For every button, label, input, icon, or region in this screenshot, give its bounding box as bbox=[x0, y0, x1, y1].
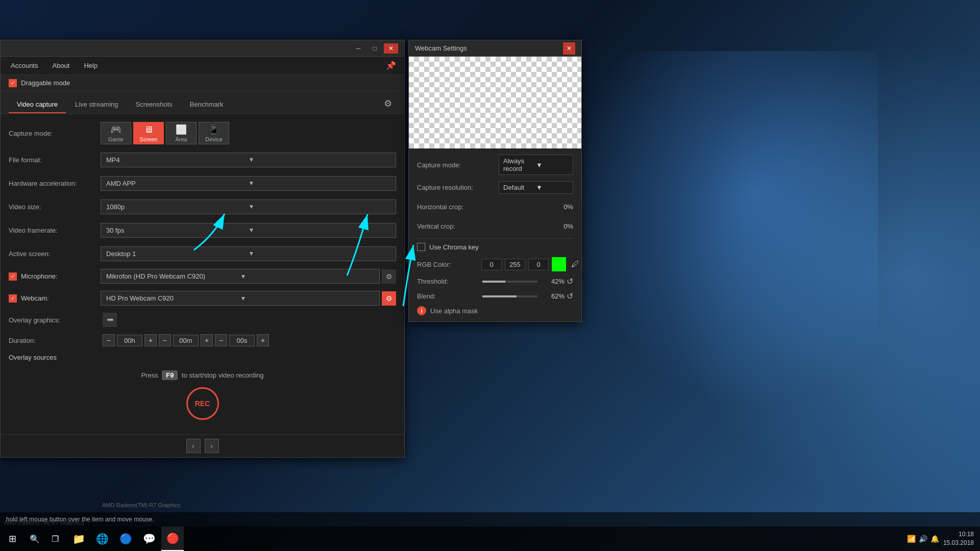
video-framerate-dropdown-text: 30 fps bbox=[106, 227, 249, 234]
blend-slider-track[interactable] bbox=[482, 295, 537, 297]
microphone-dropdown[interactable]: Mikrofon (HD Pro Webcam C920) ▼ bbox=[101, 269, 380, 284]
eyedropper-icon[interactable]: 🖊 bbox=[569, 259, 581, 270]
duration-hours-minus[interactable]: − bbox=[103, 334, 115, 346]
webcam-checkbox[interactable]: ✓ bbox=[9, 294, 17, 303]
threshold-slider-track[interactable] bbox=[482, 281, 537, 283]
capture-mode-label: Capture mode: bbox=[9, 130, 101, 137]
draggable-label: Draggable mode bbox=[21, 79, 70, 87]
duration-minutes-value: 00m bbox=[173, 335, 199, 346]
pin-icon[interactable]: 📌 bbox=[382, 59, 400, 72]
active-screen-dropdown[interactable]: Desktop 1 ▼ bbox=[101, 246, 396, 261]
hw-accel-value: AMD APP ▼ bbox=[101, 176, 396, 191]
webcam-row: ✓ Webcam: HD Pro Webcam C920 ▼ ⚙ bbox=[9, 291, 396, 306]
ws-vertical-crop-label: Vertical crop: bbox=[417, 222, 499, 230]
video-size-value: 1080p ▼ bbox=[101, 199, 396, 214]
active-screen-dropdown-text: Desktop 1 bbox=[106, 250, 249, 258]
overlay-sources-title: Overlay sources bbox=[9, 354, 396, 361]
duration-minutes-plus[interactable]: + bbox=[201, 334, 213, 346]
ws-resolution-arrow-icon: ▼ bbox=[536, 184, 569, 191]
duration-minutes-minus[interactable]: − bbox=[159, 334, 171, 346]
hw-accel-dropdown[interactable]: AMD APP ▼ bbox=[101, 176, 396, 191]
menu-item-help[interactable]: Help bbox=[78, 60, 104, 71]
nav-next-button[interactable]: › bbox=[205, 439, 219, 453]
blend-reset-icon[interactable]: ↺ bbox=[567, 291, 573, 301]
webcam-settings-gear[interactable]: ⚙ bbox=[382, 291, 396, 306]
video-size-label: Video size: bbox=[9, 203, 101, 211]
taskbar-file-explorer-icon[interactable]: 📁 bbox=[67, 527, 90, 551]
capture-btn-area[interactable]: ⬜ Area bbox=[166, 122, 197, 144]
rgb-color-label: RGB Color: bbox=[417, 261, 478, 268]
tab-benchmark[interactable]: Benchmark bbox=[182, 96, 232, 113]
threshold-reset-icon[interactable]: ↺ bbox=[567, 277, 573, 286]
maximize-button[interactable]: □ bbox=[368, 43, 382, 54]
file-format-dropdown[interactable]: MP4 ▼ bbox=[101, 153, 396, 167]
ws-capture-resolution-row: Capture resolution: Default ▼ bbox=[417, 180, 573, 194]
ws-capture-resolution-dropdown[interactable]: Default ▼ bbox=[499, 181, 573, 194]
tab-settings-button[interactable]: ⚙ bbox=[380, 96, 396, 111]
draggable-checkbox[interactable]: ✓ bbox=[9, 79, 17, 87]
nav-prev-button[interactable]: ‹ bbox=[186, 439, 201, 453]
duration-label: Duration: bbox=[9, 337, 101, 344]
webcam-dropdown[interactable]: HD Pro Webcam C920 ▼ bbox=[101, 291, 380, 306]
menu-item-about[interactable]: About bbox=[46, 60, 76, 71]
ws-horizontal-crop-value: 0% bbox=[499, 203, 573, 211]
capture-btn-device-label: Device bbox=[205, 136, 223, 142]
microphone-check-label: ✓ Microphone: bbox=[9, 272, 101, 281]
threshold-slider-fill bbox=[482, 281, 505, 283]
webcam-settings-close-button[interactable]: ✕ bbox=[563, 42, 575, 55]
taskbar-recorder-icon[interactable]: 🔴 bbox=[161, 527, 184, 551]
chroma-key-header: Use Chroma key bbox=[417, 243, 573, 251]
taskbar-date: 15.03.2018 bbox=[943, 539, 974, 547]
microphone-settings-gear[interactable]: ⚙ bbox=[382, 269, 396, 284]
blend-value: 62% bbox=[542, 292, 565, 300]
capture-btn-game[interactable]: 🎮 Game bbox=[101, 122, 131, 144]
tab-screenshots[interactable]: Screenshots bbox=[128, 96, 181, 113]
rgb-r-input[interactable] bbox=[481, 259, 502, 270]
overlay-graphics-dots-button[interactable]: ••• bbox=[103, 313, 117, 327]
taskbar-volume-icon: 🔊 bbox=[919, 535, 927, 543]
taskbar-chrome-icon[interactable]: 🌐 bbox=[91, 527, 113, 551]
gpu-text: AMD Radeon(TM) R7 Graphics bbox=[102, 502, 180, 508]
color-swatch[interactable] bbox=[552, 257, 566, 271]
content-area: Capture mode: 🎮 Game 🖥 Screen ⬜ Area bbox=[1, 114, 404, 434]
rgb-g-input[interactable] bbox=[505, 259, 525, 270]
microphone-label: Microphone: bbox=[21, 272, 58, 280]
menu-item-accounts[interactable]: Accounts bbox=[5, 60, 44, 71]
ws-capture-mode-dropdown[interactable]: Always record ▼ bbox=[499, 155, 573, 175]
taskbar-edge-icon[interactable]: 🔵 bbox=[114, 527, 137, 551]
microphone-checkbox[interactable]: ✓ bbox=[9, 272, 17, 281]
minimize-button[interactable]: ─ bbox=[351, 43, 365, 54]
ws-capture-resolution-label: Capture resolution: bbox=[417, 184, 499, 191]
device-icon: 📱 bbox=[208, 124, 219, 135]
ws-vertical-crop-row: Vertical crop: 0% bbox=[417, 219, 573, 233]
status-bar: hold left mouse button over the item and… bbox=[0, 512, 980, 527]
taskbar-start-button[interactable]: ⊞ bbox=[0, 527, 24, 551]
draggable-mode-bar: ✓ Draggable mode bbox=[1, 75, 404, 91]
taskbar-task-view-button[interactable]: ❐ bbox=[45, 527, 65, 551]
dropdown-arrow-size-icon: ▼ bbox=[249, 203, 391, 210]
tab-live-streaming[interactable]: Live streaming bbox=[67, 96, 127, 113]
taskbar-notifications-icon[interactable]: 🔔 bbox=[930, 535, 939, 543]
chroma-key-checkbox[interactable] bbox=[417, 243, 425, 251]
duration-hours-plus[interactable]: + bbox=[144, 334, 157, 346]
video-size-dropdown-text: 1080p bbox=[106, 203, 249, 211]
ws-dropdown-arrow-icon: ▼ bbox=[536, 161, 569, 169]
tab-video-capture[interactable]: Video capture bbox=[9, 96, 66, 113]
rgb-b-input[interactable] bbox=[528, 259, 549, 270]
video-framerate-dropdown[interactable]: 30 fps ▼ bbox=[101, 223, 396, 238]
threshold-row: Threshold: 42% ↺ bbox=[417, 277, 573, 286]
capture-btn-device[interactable]: 📱 Device bbox=[199, 122, 229, 144]
chroma-key-label: Use Chroma key bbox=[429, 243, 479, 251]
duration-seconds-plus[interactable]: + bbox=[257, 334, 269, 346]
duration-seconds-minus[interactable]: − bbox=[215, 334, 227, 346]
rec-button[interactable]: REC bbox=[186, 387, 219, 420]
capture-btn-screen[interactable]: 🖥 Screen bbox=[133, 122, 164, 144]
video-size-row: Video size: 1080p ▼ bbox=[9, 198, 396, 215]
close-button[interactable]: ✕ bbox=[384, 43, 398, 54]
active-screen-value: Desktop 1 ▼ bbox=[101, 246, 396, 261]
taskbar-search-button[interactable]: 🔍 bbox=[24, 527, 45, 551]
video-size-dropdown[interactable]: 1080p ▼ bbox=[101, 199, 396, 214]
taskbar-messenger-icon[interactable]: 💬 bbox=[138, 527, 160, 551]
blend-label: Blend: bbox=[417, 292, 478, 300]
gpu-label: AMD Radeon(TM) R7 Graphics bbox=[102, 502, 180, 508]
